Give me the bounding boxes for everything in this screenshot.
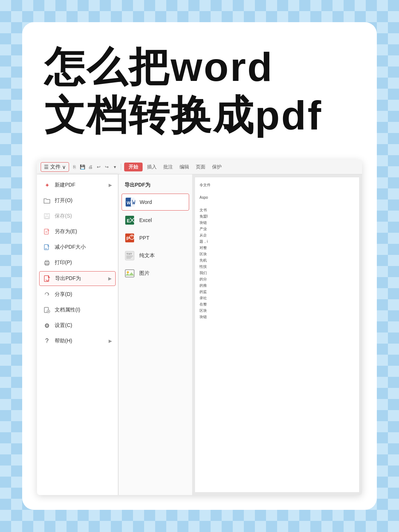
save-icon [43, 212, 51, 220]
menu-item-reduce[interactable]: 减小PDF大小 [37, 239, 118, 255]
title-section: 怎么把word 文档转换成pdf [37, 44, 362, 137]
arrow-icon-help: ▶ [109, 338, 112, 344]
menu-label-saveas: 另存为(E) [55, 228, 77, 235]
menu-item-open[interactable]: 打开(O) [37, 193, 118, 208]
image-icon [125, 268, 135, 279]
app-screenshot: ☰ 文件 ∨ ⎘ 💾 🖨 ↩ ↪ ▾ 开始 插入 批注 编辑 页面 保护 ✦ [37, 160, 362, 495]
menu-label-print: 打印(P) [55, 259, 72, 266]
export-icon [43, 274, 51, 283]
tab-annotate[interactable]: 批注 [161, 163, 175, 171]
doc-line: 的推 [200, 282, 355, 289]
doc-line: 录社 [200, 295, 355, 301]
svg-text:TXT: TXT [126, 252, 132, 256]
copy-icon[interactable]: ⎘ [71, 164, 77, 170]
submenu-label-ppt: PPT [139, 235, 149, 241]
menu-item-properties[interactable]: 文档属性(I) [37, 302, 118, 318]
doc-line: 区块 [200, 251, 355, 257]
menu-item-saveas[interactable]: 另存为(E) [37, 224, 118, 239]
print-toolbar-icon[interactable]: 🖨 [88, 164, 93, 170]
menu-item-new-pdf[interactable]: ✦ 新建PDF ▶ [37, 177, 118, 193]
print-icon [43, 259, 51, 267]
doc-line: 的分 [200, 276, 355, 282]
document-content: 令文件 Aspo 文书 免盟l 块链 产业 从企 题，i 对整 区块 先机 性技… [195, 177, 359, 492]
menu-item-settings[interactable]: ⚙ 设置(C) [37, 318, 118, 333]
doc-line: 在整 [200, 301, 355, 307]
file-dropdown-menu: ✦ 新建PDF ▶ 打开(O) 保存(S) [37, 174, 118, 495]
menu-label-export: 导出PDF为 [55, 275, 81, 282]
doc-line: 从企 [200, 232, 355, 238]
submenu-item-ppt[interactable]: P PPT [119, 229, 192, 247]
doc-line: 令文件 [200, 182, 355, 188]
tab-protect[interactable]: 保护 [210, 163, 224, 171]
doc-line: 块链 [200, 219, 355, 226]
submenu-item-word[interactable]: W Word [122, 194, 189, 211]
hamburger-icon: ☰ [44, 164, 49, 170]
menu-label-properties: 文档属性(I) [55, 307, 80, 313]
new-pdf-icon: ✦ [43, 181, 51, 189]
svg-point-33 [127, 271, 129, 273]
export-submenu: 导出PDF为 W Word [118, 174, 192, 495]
submenu-label-plaintext: 纯文本 [139, 252, 155, 259]
svg-text:P: P [126, 236, 130, 241]
svg-rect-2 [45, 216, 48, 218]
title-line2: 文档转换成pdf [44, 93, 355, 137]
app-body: ✦ 新建PDF ▶ 打开(O) 保存(S) [37, 174, 362, 495]
expand-icon[interactable]: ▾ [112, 164, 118, 170]
menu-label-settings: 设置(C) [55, 322, 72, 329]
submenu-item-plaintext[interactable]: TXT 纯文本 [119, 247, 192, 265]
toolbar-separator [121, 164, 121, 170]
doc-line: 的监 [200, 289, 355, 295]
excel-icon: E [125, 215, 135, 225]
menu-item-share[interactable]: 分享(D) [37, 287, 118, 302]
arrow-icon-export: ▶ [108, 276, 112, 281]
doc-line: 文书 [200, 207, 355, 213]
menu-item-print[interactable]: 打印(P) [37, 255, 118, 270]
menu-item-help[interactable]: ? 帮助(H) ▶ [37, 333, 118, 349]
menu-item-save[interactable]: 保存(S) [37, 208, 118, 224]
submenu-label-word: Word [140, 199, 152, 205]
redo-icon[interactable]: ↪ [104, 164, 110, 170]
svg-rect-10 [45, 260, 48, 262]
ppt-icon: P [125, 233, 135, 243]
submenu-item-image[interactable]: 图片 [119, 265, 192, 282]
doc-line: Aspo [200, 194, 355, 201]
undo-icon[interactable]: ↩ [96, 164, 102, 170]
main-card: 怎么把word 文档转换成pdf ☰ 文件 ∨ ⎘ 💾 🖨 ↩ ↪ ▾ 开始 插… [22, 22, 377, 510]
svg-text:E: E [127, 218, 130, 224]
menu-item-export[interactable]: 导出PDF为 ▶ [39, 271, 116, 286]
doc-line: 性技 [200, 263, 355, 270]
tab-edit[interactable]: 编辑 [177, 163, 191, 171]
doc-line: 免盟l [200, 213, 355, 219]
doc-line: 块链 [200, 314, 355, 320]
submenu-label-image: 图片 [139, 270, 150, 277]
doc-line: 题，i [200, 238, 355, 245]
tab-insert[interactable]: 插入 [145, 163, 159, 171]
tab-start[interactable]: 开始 [124, 163, 143, 171]
menu-label-open: 打开(O) [55, 197, 72, 204]
menu-label-reduce: 减小PDF大小 [55, 244, 86, 250]
svg-rect-1 [45, 214, 48, 215]
settings-icon: ⚙ [43, 321, 51, 330]
menu-label-new-pdf: 新建PDF [55, 182, 75, 188]
open-folder-icon [43, 197, 51, 205]
menu-label-save: 保存(S) [55, 213, 72, 219]
app-toolbar: ☰ 文件 ∨ ⎘ 💾 🖨 ↩ ↪ ▾ 开始 插入 批注 编辑 页面 保护 [37, 160, 362, 174]
submenu-item-excel[interactable]: E Excel [119, 211, 192, 229]
reduce-icon [43, 243, 51, 251]
help-icon: ? [43, 337, 51, 345]
word-icon: W [125, 197, 135, 207]
file-menu-button[interactable]: ☰ 文件 ∨ [41, 162, 69, 172]
save-toolbar-icon[interactable]: 💾 [79, 164, 85, 170]
dropdown-chevron-icon: ∨ [62, 164, 66, 170]
svg-text:W: W [127, 201, 131, 205]
doc-line: 对整 [200, 245, 355, 251]
saveas-icon [43, 228, 51, 236]
title-line1: 怎么把word [44, 44, 355, 89]
doc-line: 我们 [200, 270, 355, 276]
tab-page[interactable]: 页面 [194, 163, 208, 171]
doc-line: 区块 [200, 307, 355, 314]
plaintext-icon: TXT [125, 250, 135, 261]
share-icon [43, 290, 51, 299]
menu-label-share: 分享(D) [55, 291, 72, 298]
doc-line: 产业 [200, 226, 355, 232]
